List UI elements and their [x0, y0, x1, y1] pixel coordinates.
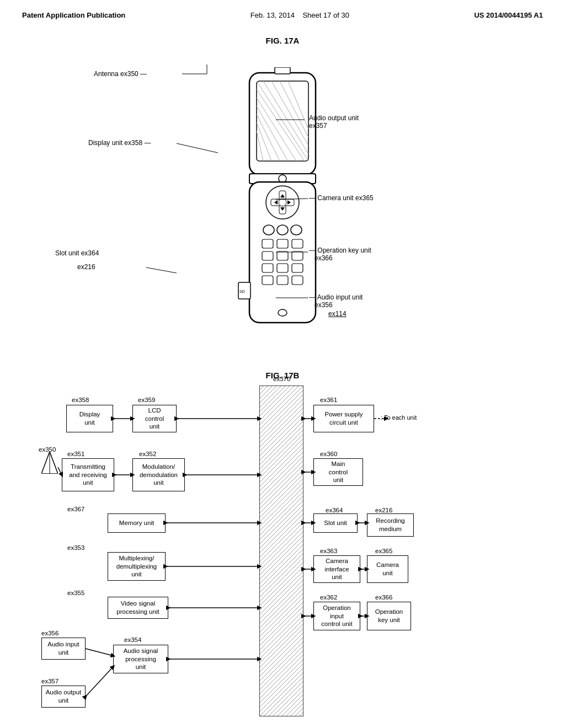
svg-rect-53: [259, 386, 303, 716]
page: Patent Application Publication Feb. 13, …: [0, 0, 565, 728]
camera-unit-block: Cameraunit: [367, 555, 408, 583]
fig17b-diagram: ex370 ex358 Displayunit ex359 LCDcontrol…: [22, 386, 543, 728]
slot-unit-block: Slot unit: [313, 513, 358, 533]
svg-rect-38: [292, 276, 303, 285]
ex350-label: ex350: [39, 446, 56, 453]
svg-line-75: [86, 667, 113, 697]
memory-unit-block: Memory unit: [108, 513, 166, 533]
antenna-symbol-17b: [41, 452, 58, 475]
ex358-label: ex358: [72, 397, 89, 403]
svg-line-76: [58, 467, 62, 475]
audio-input-block: Audio inputunit: [41, 638, 86, 660]
modulation-block: Modulation/demodulationunit: [132, 458, 185, 491]
svg-rect-34: [277, 264, 288, 272]
fig17a-title: FIG. 17A: [22, 36, 543, 45]
svg-rect-31: [277, 251, 288, 260]
ex114-label: ex114: [328, 310, 347, 318]
ex365-label: ex365: [375, 548, 392, 554]
to-each-unit-label: : To each unit: [381, 414, 417, 421]
ex352-label: ex352: [139, 451, 156, 457]
lcd-control-block: LCDcontrolunit: [132, 405, 177, 432]
svg-point-24: [263, 225, 274, 235]
svg-point-19: [279, 199, 286, 206]
ex357-label: ex357: [41, 678, 58, 684]
video-signal-block: Video signalprocessing unit: [108, 597, 168, 619]
ex351-label: ex351: [67, 451, 84, 457]
ex356-label: ex356: [41, 630, 58, 636]
svg-line-51: [146, 267, 177, 273]
audio-signal-block: Audio signalprocessingunit: [113, 645, 168, 673]
ex363-label: ex363: [320, 548, 337, 554]
ex362-label: ex362: [320, 594, 337, 601]
camera-interface-block: Camerainterfaceunit: [313, 555, 360, 583]
svg-rect-33: [262, 264, 273, 272]
transmitting-block: Transmittingand receivingunit: [62, 458, 114, 491]
ex366-label: ex366: [375, 594, 392, 601]
header: Patent Application Publication Feb. 13, …: [22, 11, 543, 19]
ex370-label: ex370: [273, 376, 290, 382]
operation-input-block: Operationinputcontrol unit: [313, 602, 360, 630]
svg-rect-35: [292, 264, 303, 272]
audio-input-label: — Audio input unit ex356: [309, 293, 363, 309]
operation-key-label: — Operation key unit ex366: [309, 247, 371, 262]
ex354-label: ex354: [124, 636, 141, 643]
recording-medium-block: Recordingmedium: [367, 513, 414, 537]
ex359-label: ex359: [138, 397, 155, 403]
ex353-label: ex353: [67, 544, 84, 551]
fig17a-diagram: SD Antenna ex350 — Audio output unitex35…: [22, 51, 543, 360]
svg-line-73: [86, 649, 113, 656]
svg-rect-30: [262, 251, 273, 260]
header-left: Patent Application Publication: [22, 11, 125, 19]
svg-point-26: [291, 225, 302, 235]
antenna-label: Antenna ex350 —: [94, 70, 147, 78]
camera-unit-label: — Camera unit ex365: [309, 194, 374, 202]
svg-rect-42: [275, 67, 290, 74]
ex355-label: ex355: [67, 590, 84, 596]
main-control-block: Maincontrolunit: [313, 458, 363, 486]
header-center: Feb. 13, 2014 Sheet 17 of 30: [250, 11, 349, 19]
svg-rect-27: [262, 239, 273, 248]
svg-rect-36: [262, 276, 273, 285]
operation-key-block: Operationkey unit: [367, 602, 411, 630]
ex361-label: ex361: [320, 397, 337, 403]
ex216-label-17b: ex216: [375, 507, 392, 513]
display-unit-label: Display unit ex358 —: [88, 139, 151, 147]
header-right: US 2014/0044195 A1: [474, 11, 543, 19]
slot-unit-label: Slot unit ex364: [55, 249, 99, 257]
display-unit-block: Displayunit: [66, 405, 113, 432]
hatch-central: [259, 386, 303, 716]
svg-line-47: [177, 143, 218, 153]
ex367-label: ex367: [67, 506, 84, 512]
svg-rect-28: [277, 239, 288, 248]
ex360-label: ex360: [320, 451, 337, 457]
svg-point-25: [277, 225, 288, 235]
svg-rect-32: [292, 251, 303, 260]
svg-rect-29: [292, 239, 303, 248]
ex364-label: ex364: [326, 507, 343, 513]
svg-rect-37: [277, 276, 288, 285]
audio-output-label: Audio output unitex357: [309, 114, 359, 130]
svg-point-39: [278, 309, 287, 316]
multiplexing-block: Multiplexing/demultiplexingunit: [108, 552, 166, 581]
svg-text:SD: SD: [239, 290, 245, 293]
power-supply-block: Power supplycircuit unit: [313, 405, 374, 432]
audio-output-block: Audio outputunit: [41, 686, 86, 708]
ex216-label-fig17a: ex216: [77, 263, 95, 271]
